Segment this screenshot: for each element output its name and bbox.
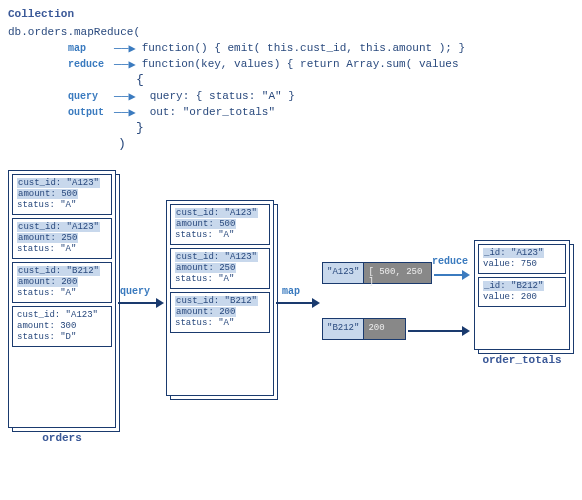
close-paren: ) — [118, 136, 574, 152]
query-flow-label: query — [120, 286, 150, 297]
method-call: db.orders.mapReduce( — [8, 24, 574, 40]
output-code: out: "order_totals" — [150, 106, 275, 118]
output-label: output — [68, 107, 112, 118]
output-annotation: output ──▶ out: "order_totals" — [68, 104, 574, 120]
results-label: order_totals — [474, 354, 570, 366]
header-section: Collection db.orders.mapReduce( map ──▶ … — [8, 8, 574, 152]
order-doc: cust_id: "B212" amount: 200 status: "A" — [12, 262, 112, 303]
map-flow-label: map — [282, 286, 300, 297]
query-annotation: query ──▶ query: { status: "A" } — [68, 88, 574, 104]
reduce-annotation: reduce ──▶ function(key, values) { retur… — [68, 56, 574, 72]
pipeline-diagram: cust_id: "A123" amount: 500 status: "A" … — [8, 170, 574, 492]
result-doc: _id: "B212" value: 200 — [478, 277, 566, 307]
arrow-right-icon: ──▶ — [114, 105, 136, 120]
reduce-label: reduce — [68, 59, 112, 70]
filtered-doc: cust_id: "A123" amount: 250 status: "A" — [170, 248, 270, 289]
close-brace: } — [136, 120, 574, 136]
arrow-right-icon: ──▶ — [114, 89, 136, 104]
passthrough-arrow-b — [408, 326, 470, 336]
filtered-stack: cust_id: "A123" amount: 500 status: "A" … — [166, 200, 274, 396]
orders-stack: cust_id: "A123" amount: 500 status: "A" … — [8, 170, 116, 428]
results-stack: _id: "A123" value: 750 _id: "B212" value… — [474, 240, 570, 350]
map-label: map — [68, 43, 112, 54]
map-annotation: map ──▶ function() { emit( this.cust_id,… — [68, 40, 574, 56]
query-code: query: { status: "A" } — [150, 90, 295, 102]
reduce-arrow-a — [434, 270, 470, 280]
collection-label: Collection — [8, 8, 574, 20]
map-arrow — [276, 298, 320, 308]
arrow-right-icon: ──▶ — [114, 41, 136, 56]
query-label: query — [68, 91, 112, 102]
order-doc: cust_id: "A123" amount: 300 status: "D" — [12, 306, 112, 347]
reduce-flow-label: reduce — [432, 256, 468, 267]
order-doc: cust_id: "A123" amount: 250 status: "A" — [12, 218, 112, 259]
open-brace: { — [136, 72, 574, 88]
filtered-doc: cust_id: "A123" amount: 500 status: "A" — [170, 204, 270, 245]
reduce-code: function(key, values) { return Array.sum… — [142, 58, 459, 70]
kv-pair-a: "A123" [ 500, 250 ] — [322, 262, 432, 284]
filtered-doc: cust_id: "B212" amount: 200 status: "A" — [170, 292, 270, 333]
kv-pair-b: "B212" 200 — [322, 318, 406, 340]
orders-label: orders — [8, 432, 116, 444]
result-doc: _id: "A123" value: 750 — [478, 244, 566, 274]
query-arrow — [118, 298, 164, 308]
arrow-right-icon: ──▶ — [114, 57, 136, 72]
map-code: function() { emit( this.cust_id, this.am… — [142, 42, 465, 54]
order-doc: cust_id: "A123" amount: 500 status: "A" — [12, 174, 112, 215]
